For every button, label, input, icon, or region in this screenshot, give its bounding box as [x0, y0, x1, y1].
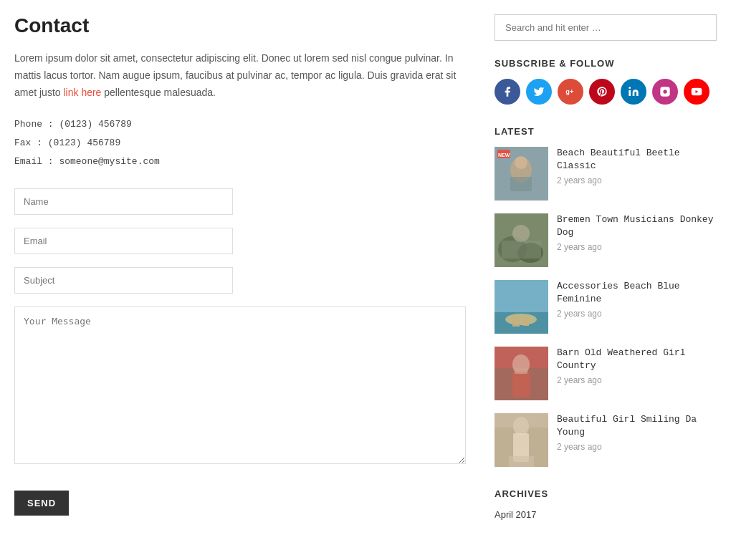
subject-group [14, 267, 466, 294]
google-icon[interactable]: g+ [558, 79, 583, 105]
svg-point-19 [505, 314, 537, 325]
youtube-icon[interactable] [684, 79, 710, 105]
message-textarea[interactable] [14, 306, 466, 464]
latest-item-date: 2 years ago [557, 242, 717, 252]
list-item: NEW Beach Beautiful Beetle Classic 2 yea… [494, 147, 717, 201]
thumbnail [494, 280, 548, 334]
email-field[interactable] [14, 228, 233, 254]
fax-line: Fax : (0123) 456789 [14, 134, 466, 153]
archives-title: ARCHIVES [494, 488, 717, 499]
linkedin-icon[interactable] [621, 79, 646, 105]
instagram-icon[interactable] [652, 79, 678, 105]
latest-item-info: Beautiful Girl Smiling Da Young 2 years … [557, 413, 717, 452]
svg-text:NEW: NEW [498, 153, 510, 158]
search-input[interactable] [494, 14, 717, 41]
latest-item-title: Beautiful Girl Smiling Da Young [557, 413, 717, 439]
list-item: Accessories Beach Blue Feminine 2 years … [494, 280, 717, 334]
svg-rect-15 [502, 241, 541, 259]
latest-item-date: 2 years ago [557, 309, 717, 319]
svg-rect-8 [510, 177, 532, 191]
latest-item-title: Bremen Town Musicians Donkey Dog [557, 213, 717, 239]
latest-item-title: Beach Beautiful Beetle Classic [557, 147, 717, 173]
latest-section: LATEST NEW Beach Beautiful Beetle Classi… [494, 126, 717, 467]
latest-item-info: Accessories Beach Blue Feminine 2 years … [557, 280, 717, 319]
message-group [14, 306, 466, 466]
contact-info: Phone : (0123) 456789 Fax : (0123) 45678… [14, 115, 466, 171]
latest-item-info: Bremen Town Musicians Donkey Dog 2 years… [557, 213, 717, 252]
svg-point-14 [512, 225, 530, 242]
svg-rect-25 [512, 372, 530, 397]
twitter-icon[interactable] [526, 79, 552, 105]
svg-point-29 [513, 417, 529, 435]
archives-section: ARCHIVES April 2017 [494, 488, 717, 520]
list-item: Barn Old Weathered Girl Country 2 years … [494, 347, 717, 400]
pinterest-icon[interactable] [589, 79, 615, 105]
facebook-icon[interactable] [494, 79, 520, 105]
page-title: Contact [14, 14, 466, 37]
archives-april-2017[interactable]: April 2017 [494, 509, 717, 520]
intro-link[interactable]: link here [63, 87, 101, 98]
svg-rect-31 [509, 456, 534, 467]
svg-rect-21 [523, 317, 529, 326]
latest-title: LATEST [494, 126, 717, 137]
latest-item-date: 2 years ago [557, 375, 717, 385]
svg-point-7 [515, 156, 527, 169]
thumbnail: NEW [494, 147, 548, 201]
list-item: Beautiful Girl Smiling Da Young 2 years … [494, 413, 717, 467]
intro-text: Lorem ipsum dolor sit amet, consectetur … [14, 50, 466, 101]
thumbnail [494, 347, 548, 400]
latest-item-date: 2 years ago [557, 442, 717, 452]
phone-line: Phone : (0123) 456789 [14, 115, 466, 134]
name-group [14, 188, 466, 215]
subscribe-title: SUBSCRIBE & FOLLOW [494, 58, 717, 69]
thumbnail [494, 213, 548, 267]
svg-rect-18 [494, 280, 548, 312]
sidebar: SUBSCRIBE & FOLLOW g+ [494, 14, 717, 520]
email-line: Email : someone@mysite.com [14, 153, 466, 171]
contact-form: SEND [14, 188, 466, 516]
latest-item-info: Barn Old Weathered Girl Country 2 years … [557, 347, 717, 385]
list-item: Bremen Town Musicians Donkey Dog 2 years… [494, 213, 717, 267]
name-input[interactable] [14, 188, 233, 215]
latest-item-date: 2 years ago [557, 175, 717, 185]
email-group [14, 228, 466, 254]
latest-item-info: Beach Beautiful Beetle Classic 2 years a… [557, 147, 717, 185]
subject-input[interactable] [14, 267, 233, 294]
main-content: Contact Lorem ipsum dolor sit amet, cons… [14, 14, 466, 520]
latest-item-title: Barn Old Weathered Girl Country [557, 347, 717, 372]
send-button[interactable]: SEND [14, 491, 69, 516]
svg-text:g+: g+ [565, 88, 574, 95]
thumbnail [494, 413, 548, 467]
svg-rect-26 [515, 368, 527, 374]
svg-point-1 [629, 87, 631, 89]
social-icons: g+ [494, 79, 717, 105]
latest-item-title: Accessories Beach Blue Feminine [557, 280, 717, 306]
svg-rect-20 [512, 316, 520, 327]
